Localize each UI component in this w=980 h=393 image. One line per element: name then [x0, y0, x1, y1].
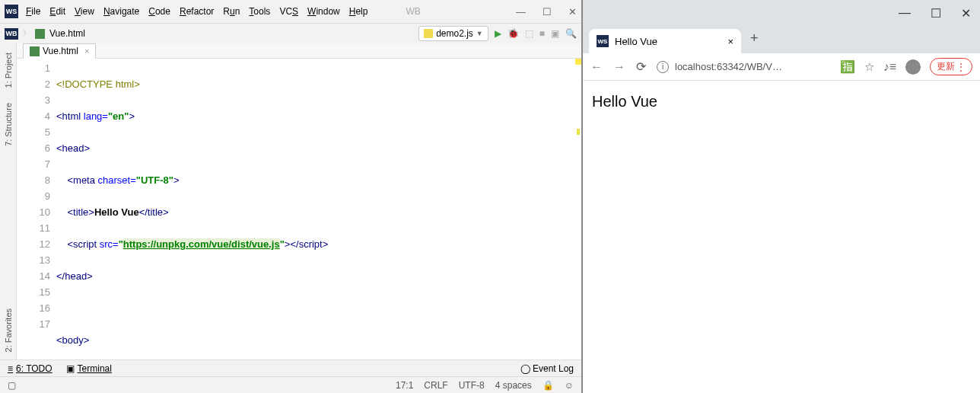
menu-run[interactable]: Run — [223, 6, 240, 17]
run-config-name: demo2.js — [436, 28, 473, 39]
code-editor[interactable]: 1234567891011121314151617 <!DOCTYPE html… — [17, 59, 581, 359]
html-file-icon — [30, 46, 40, 56]
favorites-tool-tab[interactable]: 2: Favorites — [4, 308, 13, 352]
menu-tools[interactable]: Tools — [249, 6, 270, 17]
minimize-icon[interactable]: — — [899, 6, 911, 20]
menu-file[interactable]: File — [26, 6, 40, 17]
show-tool-windows-icon[interactable]: ▢ — [8, 380, 16, 391]
readonly-lock-icon[interactable]: 🔒 — [542, 380, 554, 391]
js-file-icon — [424, 29, 433, 38]
profile-avatar-icon[interactable] — [905, 59, 921, 75]
line-separator[interactable]: CRLF — [424, 380, 447, 391]
tab-close-icon[interactable]: × — [727, 36, 733, 47]
project-tool-tab[interactable]: 1: Project — [4, 53, 13, 88]
webstorm-icon: WS — [5, 5, 18, 18]
ide-titlebar: WS File Edit View Navigate Code Refactor… — [0, 0, 581, 23]
menu-vcs[interactable]: VCS — [279, 6, 298, 17]
code-body[interactable]: <!DOCTYPE html> <html lang="en"> <head> … — [56, 59, 581, 359]
navigation-bar: WB 〉 Vue.html demo2.js ▼ ▶ 🐞 ⬚ ■ ▣ 🔍 — [0, 23, 581, 43]
maximize-icon[interactable]: ☐ — [542, 6, 552, 18]
ide-window: WS File Edit View Navigate Code Refactor… — [0, 0, 583, 393]
breadcrumb-file[interactable]: Vue.html — [49, 28, 85, 39]
browser-tabstrip: WS Hello Vue × + — [583, 26, 980, 53]
structure-tool-tab[interactable]: 7: Structure — [4, 103, 13, 146]
run-toolbar: demo2.js ▼ ▶ 🐞 ⬚ ■ ▣ 🔍 — [418, 26, 577, 41]
close-icon[interactable]: ✕ — [961, 6, 971, 21]
favicon-icon: WS — [597, 35, 609, 47]
site-info-icon[interactable]: i — [657, 61, 669, 73]
inspection-profile-icon[interactable]: ☺ — [565, 380, 574, 391]
caret-position[interactable]: 17:1 — [396, 380, 413, 391]
browser-toolbar: ← → ⟳ i localhost:63342/WB/V… 🈯 ☆ ♪≡ 更新 … — [583, 53, 980, 81]
menu-help[interactable]: Help — [349, 6, 368, 17]
menu-edit[interactable]: Edit — [49, 6, 65, 17]
indent-settings[interactable]: 4 spaces — [495, 380, 532, 391]
stop-button[interactable]: ■ — [539, 28, 545, 39]
debug-button[interactable]: 🐞 — [508, 28, 519, 39]
run-config-selector[interactable]: demo2.js ▼ — [418, 26, 488, 41]
forward-button[interactable]: → — [613, 60, 625, 74]
status-bar: ▢ 17:1 CRLF UTF-8 4 spaces 🔒 ☺ — [0, 376, 581, 393]
project-name-dim: WB — [406, 6, 420, 17]
menu-navigate[interactable]: Navigate — [103, 6, 139, 17]
coverage-button[interactable]: ⬚ — [525, 28, 533, 39]
page-text: Hello Vue — [592, 93, 657, 110]
new-tab-button[interactable]: + — [750, 30, 759, 50]
bottom-tool-strip: ≡ 6: TODO ▣ Terminal ◯ Event Log — [0, 359, 581, 376]
minimize-icon[interactable]: — — [516, 6, 526, 18]
browser-window: — ☐ ✕ WS Hello Vue × + ← → ⟳ i localhost… — [583, 0, 980, 393]
tab-close-icon[interactable]: × — [84, 46, 89, 56]
reload-button[interactable]: ⟳ — [636, 59, 646, 74]
address-bar[interactable]: i localhost:63342/WB/V… — [657, 61, 829, 73]
back-button[interactable]: ← — [590, 60, 603, 74]
chevron-right-icon: 〉 — [23, 28, 30, 39]
gutter: 1234567891011121314151617 — [17, 59, 56, 359]
inspection-indicator-icon[interactable] — [575, 59, 581, 65]
warning-mark-icon[interactable] — [577, 129, 580, 135]
main-menu: File Edit View Navigate Code Refactor Ru… — [26, 6, 368, 17]
url-text: localhost:63342/WB/V… — [675, 61, 782, 72]
maximize-icon[interactable]: ☐ — [931, 6, 941, 21]
left-tool-strip: 1: Project 7: Structure 2: Favorites — [0, 43, 17, 359]
todo-tool-tab[interactable]: ≡ 6: TODO — [8, 363, 52, 374]
tab-title: Hello Vue — [615, 36, 657, 47]
update-button[interactable]: 更新 ⋮ — [930, 58, 972, 75]
search-button[interactable]: 🔍 — [565, 28, 577, 39]
browser-tab[interactable]: WS Hello Vue × — [589, 29, 741, 53]
dropdown-icon: ▼ — [476, 30, 483, 37]
run-button[interactable]: ▶ — [495, 28, 501, 39]
translate-icon[interactable]: 🈯 — [840, 59, 855, 74]
file-encoding[interactable]: UTF-8 — [459, 380, 485, 391]
editor-tabs: Vue.html × — [17, 43, 581, 59]
menu-refactor[interactable]: Refactor — [180, 6, 214, 17]
html-file-icon — [35, 29, 45, 39]
menu-window[interactable]: Window — [307, 6, 340, 17]
event-log-button[interactable]: ◯ Event Log — [520, 363, 574, 374]
close-icon[interactable]: ✕ — [568, 6, 577, 18]
tab-label: Vue.html — [43, 46, 78, 56]
page-content: Hello Vue — [583, 81, 980, 393]
error-stripe — [575, 59, 581, 359]
media-control-icon[interactable]: ♪≡ — [883, 60, 896, 74]
menu-view[interactable]: View — [75, 6, 94, 17]
bookmark-icon[interactable]: ☆ — [864, 60, 874, 74]
menu-code[interactable]: Code — [148, 6, 170, 17]
browser-titlebar: — ☐ ✕ — [583, 0, 980, 26]
terminal-tool-tab[interactable]: ▣ Terminal — [66, 363, 112, 374]
editor-tab-vue[interactable]: Vue.html × — [23, 43, 96, 59]
project-root-icon[interactable]: WB — [5, 28, 18, 40]
update-app-button[interactable]: ▣ — [551, 28, 559, 39]
